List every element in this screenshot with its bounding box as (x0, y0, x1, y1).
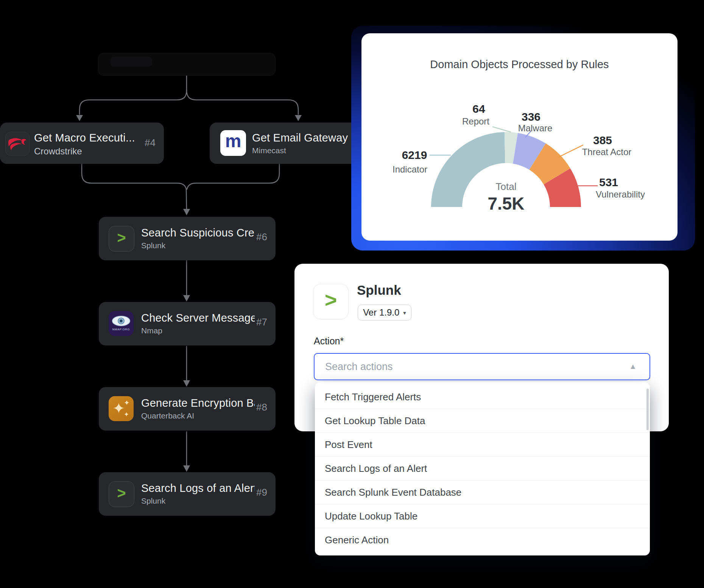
action-field-label: Action* (314, 336, 344, 347)
node-app-label: Mimecast (252, 146, 286, 155)
action-options-dropdown: Fetch Triggered Alerts Get Lookup Table … (315, 382, 650, 555)
gauge-chart-card: Domain Objects Processed by Rules 6219 I… (361, 33, 678, 241)
callout-value-threat-actor: 385 (593, 134, 612, 147)
node-title: Search Suspicious Cred... (141, 227, 255, 239)
callout-label-threat-actor: Threat Actor (582, 147, 632, 157)
node-app-label: Splunk (141, 496, 165, 506)
workflow-node-faded-content (111, 57, 152, 67)
sparkles-icon: ✦ ✦ ✦ (109, 396, 134, 421)
splunk-icon: > (109, 481, 134, 507)
action-search-box: ▲ (314, 353, 650, 380)
workflow-node-generate-encryption[interactable]: ✦ ✦ ✦ Generate Encryption Ba... Quarterb… (99, 387, 276, 431)
crowdstrike-icon (5, 132, 30, 156)
node-number-badge: #7 (256, 316, 267, 328)
dropdown-option-generic-action[interactable]: Generic Action (315, 528, 650, 552)
sparkle-glyph-large: ✦ (112, 401, 125, 416)
dropdown-option-fetch-triggered-alerts[interactable]: Fetch Triggered Alerts (315, 385, 650, 409)
splunk-chevron-glyph: > (117, 230, 126, 245)
node-title: Generate Encryption Ba... (141, 397, 255, 409)
node-number-badge: #6 (256, 231, 267, 243)
splunk-icon: > (109, 226, 134, 252)
callout-label-malware: Malware (518, 123, 553, 134)
callout-line-report (492, 127, 511, 132)
action-search-input[interactable] (315, 354, 649, 380)
mimecast-letter: m (225, 132, 241, 150)
callout-value-malware: 336 (522, 110, 540, 123)
dropdown-option-update-lookup-table[interactable]: Update Lookup Table (315, 504, 650, 528)
workflow-node-check-server-message[interactable]: NMAP.ORG Check Server Message... Nmap #7 (99, 302, 276, 345)
dropdown-option-get-lookup-table-data[interactable]: Get Lookup Table Data (315, 409, 650, 432)
workflow-node-get-macro-execution[interactable]: Get Macro Executi... Crowdstrike #4 (0, 123, 164, 164)
app-title: Splunk (357, 283, 401, 298)
nmap-icon: NMAP.ORG (109, 311, 134, 336)
dropdown-option-search-logs-of-an-alert[interactable]: Search Logs of an Alert (315, 456, 650, 480)
dropdown-option-search-splunk-event-database[interactable]: Search Splunk Event Database (315, 480, 650, 504)
node-app-label: Quarterback AI (141, 411, 194, 420)
node-number-badge: #8 (256, 401, 267, 413)
workflow-node-search-logs-of-alert[interactable]: > Search Logs of an Alert Splunk #9 (99, 472, 276, 516)
callout-value-indicator: 6219 (402, 149, 427, 162)
node-number-badge: #4 (145, 137, 156, 149)
splunk-chevron-glyph: > (325, 289, 337, 311)
workflow-node-get-email-gateway-logs[interactable]: m Get Email Gateway Log Mimecast (210, 123, 374, 164)
mimecast-icon: m (220, 130, 246, 156)
node-title: Get Macro Executi... (34, 132, 135, 144)
sparkle-glyph-small: ✦ (124, 411, 129, 418)
version-label: Ver 1.9.0 (363, 307, 399, 318)
splunk-app-icon: > (313, 284, 349, 319)
sparkle-glyph-small: ✦ (124, 399, 130, 406)
chevron-down-icon: ▾ (403, 310, 406, 316)
node-app-label: Crowdstrike (34, 146, 82, 157)
node-title: Search Logs of an Alert (141, 482, 255, 495)
dropdown-option-post-event[interactable]: Post Event (315, 432, 650, 456)
callout-value-report: 64 (472, 103, 485, 115)
gauge-total-label: Total (496, 181, 517, 193)
callout-label-report: Report (462, 116, 489, 127)
gauge-total-value: 7.5K (488, 193, 524, 214)
version-dropdown[interactable]: Ver 1.9.0 ▾ (358, 305, 411, 320)
workflow-node-search-suspicious-cred[interactable]: > Search Suspicious Cred... Splunk #6 (99, 217, 276, 260)
dropdown-scrollbar-thumb[interactable] (646, 389, 649, 430)
callout-label-indicator: Indicator (392, 164, 427, 175)
node-app-label: Splunk (141, 241, 165, 250)
splunk-chevron-glyph: > (117, 485, 126, 501)
callout-label-vulnerability: Vulnerability (596, 189, 645, 200)
canvas: Get Macro Executi... Crowdstrike #4 m Ge… (0, 0, 704, 588)
node-app-label: Nmap (141, 326, 162, 335)
callout-line-threat-actor (559, 145, 583, 157)
node-number-badge: #9 (256, 487, 267, 498)
nmap-icon-text: NMAP.ORG (112, 328, 130, 331)
node-title: Check Server Message... (141, 312, 255, 324)
callout-value-vulnerability: 531 (599, 176, 618, 189)
